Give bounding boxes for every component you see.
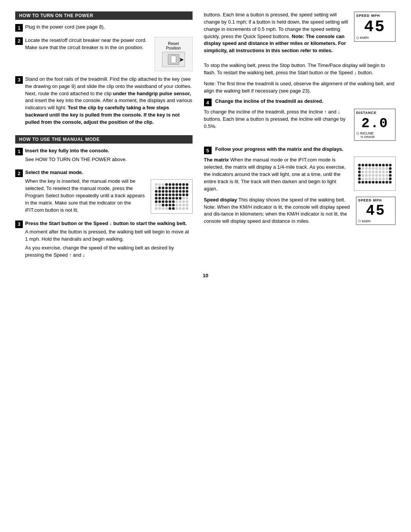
d xyxy=(358,181,361,184)
speed-display-bottom: KM/H xyxy=(356,36,393,40)
dot xyxy=(165,197,168,200)
d xyxy=(375,164,378,166)
step-4-num: 4 xyxy=(204,99,212,106)
m-row-4 xyxy=(358,174,392,177)
dot xyxy=(172,207,175,210)
speed-display-top-label: SPEED MPH xyxy=(356,14,393,18)
speed-label-b: SPEED xyxy=(358,198,372,202)
matrix-grid-manual xyxy=(155,183,188,210)
right-intro-text: buttons. Each time a button is pressed, … xyxy=(204,11,349,54)
dot xyxy=(175,183,178,186)
dot xyxy=(155,183,158,186)
d xyxy=(379,164,381,166)
dot xyxy=(169,193,171,196)
d xyxy=(379,177,381,180)
d xyxy=(358,174,361,177)
dot xyxy=(165,204,168,206)
dot xyxy=(175,200,178,203)
section-manual-header: HOW TO USE THE MANUAL MODE xyxy=(15,135,193,144)
manual-step-3: 3 Press the Start button or the Speed ↓ … xyxy=(15,220,193,260)
manual-step-3-num: 3 xyxy=(15,220,23,228)
dot xyxy=(175,204,178,206)
dot xyxy=(175,193,178,196)
step-5-bold: Follow your progress with the matrix and… xyxy=(215,146,344,152)
step-2-inline: Locate the reset/off circuit breaker nea… xyxy=(25,37,193,71)
m-row-3 xyxy=(358,171,392,173)
step-5-row: 5 Follow your progress with the matrix a… xyxy=(204,146,396,154)
kmh-label: KM/H xyxy=(360,36,369,40)
dot xyxy=(182,204,185,206)
matrix-row-1 xyxy=(155,183,188,186)
manual-step-2-num: 2 xyxy=(15,169,23,177)
dot xyxy=(155,200,158,203)
speed-display-img-bottom: SPEED MPH 45 KM/H xyxy=(356,197,396,225)
manual-step-2-inline: When the key is inserted, the manual mod… xyxy=(25,178,193,215)
incline-dot xyxy=(356,132,359,135)
d xyxy=(386,177,388,180)
speed-display-text: Speed display This display shows the spe… xyxy=(204,197,351,225)
m-row-5 xyxy=(358,177,392,180)
d xyxy=(365,167,368,170)
section-power-header: HOW TO TURN ON THE POWER xyxy=(15,11,193,20)
dot xyxy=(165,193,168,196)
matrix-row-2 xyxy=(155,187,188,189)
incline-display-img: DISTANCE 2.0 INCLINE % GRADE xyxy=(354,109,396,141)
step-3-power: 3 Stand on the foot rails of the treadmi… xyxy=(15,76,193,128)
d xyxy=(382,167,385,170)
dot xyxy=(186,187,188,189)
dot xyxy=(186,204,188,206)
breaker-body xyxy=(171,56,176,63)
manual-step-3-content: Press the Start button or the Speed ↓ bu… xyxy=(25,220,193,260)
speed-display-label: Speed display xyxy=(204,197,237,203)
d xyxy=(386,167,388,170)
dot xyxy=(182,197,185,200)
d xyxy=(379,181,381,184)
speed-display-bottom-top-label: SPEED MPH xyxy=(358,198,393,202)
matrix-bold: The matrix xyxy=(204,157,229,163)
d xyxy=(379,174,381,177)
d xyxy=(358,167,361,170)
d xyxy=(372,181,374,184)
dot xyxy=(186,197,188,200)
dot xyxy=(158,183,161,186)
step-5-section: 5 Follow your progress with the matrix a… xyxy=(204,146,396,225)
step-1-text: Plug in the power cord (see page 8). xyxy=(25,24,193,31)
d xyxy=(372,164,374,166)
section-power: HOW TO TURN ON THE POWER 1 Plug in the p… xyxy=(15,11,193,128)
d xyxy=(386,171,388,173)
step-3-num: 3 xyxy=(15,76,23,84)
d xyxy=(368,171,371,173)
speed-label: SPEED xyxy=(356,14,370,18)
dot xyxy=(186,190,188,193)
step-4-heading: Change the incline of the treadmill as d… xyxy=(215,98,396,104)
speed-display-top: SPEED MPH 45 KM/H xyxy=(354,11,396,58)
dot xyxy=(186,193,188,196)
step-2-text: Locate the reset/off circuit breaker nea… xyxy=(25,37,151,51)
speed-display-number-bottom: 45 xyxy=(358,203,393,219)
page-number: 10 xyxy=(15,273,396,278)
d xyxy=(365,181,368,184)
matrix-row-4 xyxy=(155,193,188,196)
note-text: Note: The first time the treadmill is us… xyxy=(204,80,396,95)
dot xyxy=(179,190,182,193)
dot xyxy=(155,204,158,206)
d xyxy=(375,167,378,170)
matrix-row-8 xyxy=(155,207,188,210)
d xyxy=(382,164,385,166)
d xyxy=(362,181,364,184)
right-top-section: buttons. Each time a button is pressed, … xyxy=(204,11,396,58)
m-row-1 xyxy=(358,164,392,166)
d xyxy=(368,181,371,184)
step-5-speed-row: Speed display This display shows the spe… xyxy=(204,197,396,225)
dot xyxy=(172,197,175,200)
manual-step-3-bold: Press the Start button or the Speed ↓ bu… xyxy=(25,220,187,226)
step-4-section: 4 Change the incline of the treadmill as… xyxy=(204,98,396,141)
dot xyxy=(169,200,171,203)
dot xyxy=(186,200,188,203)
step-2-content: Locate the reset/off circuit breaker nea… xyxy=(25,37,193,71)
speed-display-bottom-label-b: KM/H xyxy=(358,219,393,223)
incline-bottom: INCLINE xyxy=(356,131,393,135)
manual-step-1: 1 Insert the key fully into the console.… xyxy=(15,147,193,165)
dot xyxy=(179,187,182,189)
speed-digit-2: 5 xyxy=(375,18,386,36)
